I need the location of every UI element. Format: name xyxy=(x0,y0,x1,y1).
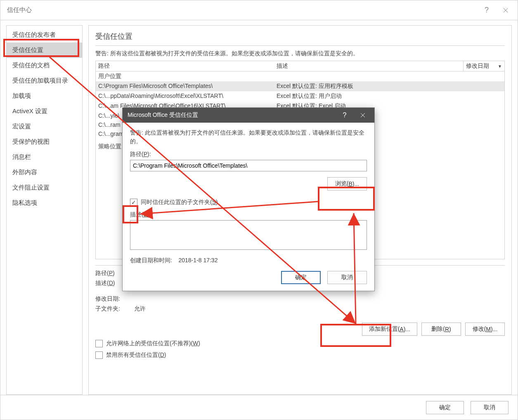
question-icon: ? xyxy=(343,112,347,119)
titlebar: 信任中心 ? xyxy=(0,0,518,20)
sidebar-item-protected-view[interactable]: 受保护的视图 xyxy=(7,134,82,149)
modify-button[interactable]: 修改(M)... xyxy=(465,323,505,336)
close-icon xyxy=(360,113,365,118)
trust-subfolders-checkbox-row[interactable]: ✓ 同时信任此位置的子文件夹(S) xyxy=(130,199,367,206)
caret-down-icon: ▼ xyxy=(498,64,502,69)
sidebar-item-macro[interactable]: 宏设置 xyxy=(7,119,82,134)
section-user-locations: 用户位置 xyxy=(96,71,504,81)
dialog-ok-button[interactable]: 确定 xyxy=(281,271,321,284)
table-row[interactable]: C:\Program Files\Microsoft Office\Templa… xyxy=(96,81,504,91)
detail-subfolders-label: 子文件夹: xyxy=(95,305,132,313)
sidebar-item-privacy[interactable]: 隐私选项 xyxy=(7,195,82,211)
remove-button[interactable]: 删除(R) xyxy=(421,323,461,336)
cancel-button[interactable]: 取消 xyxy=(471,401,509,414)
dialog-cancel-button[interactable]: 取消 xyxy=(327,271,367,284)
col-desc[interactable]: 描述 xyxy=(274,61,463,71)
help-button[interactable]: ? xyxy=(477,4,496,17)
detail-date-label: 修改日期: xyxy=(95,295,132,303)
dialog-help-button[interactable]: ? xyxy=(336,108,354,123)
dialog-path-input[interactable] xyxy=(130,160,367,171)
close-button[interactable] xyxy=(496,4,515,17)
checkbox-checked-icon: ✓ xyxy=(130,199,137,206)
allow-network-label: 允许网络上的受信任位置(不推荐)(W) xyxy=(106,340,200,347)
main-heading: 受信任位置 xyxy=(95,31,505,46)
disable-all-checkbox-row[interactable]: 禁用所有受信任位置(D) xyxy=(95,351,505,359)
dialog-body: 警告: 此位置将被视为打开文件的可信任来源。如果要更改或添加位置，请确保新位置是… xyxy=(123,123,374,291)
sidebar-item-activex[interactable]: ActiveX 设置 xyxy=(7,104,82,119)
dialog-title: Microsoft Office 受信任位置 xyxy=(128,112,336,119)
dialog-close-button[interactable] xyxy=(354,108,372,123)
table-header: 路径 描述 修改日期 ▼ xyxy=(96,61,504,71)
dialog-buttons: 确定 取消 xyxy=(130,271,367,284)
window-footer: 确定 取消 xyxy=(0,395,518,420)
sidebar-item-trusted-publishers[interactable]: 受信任的发布者 xyxy=(7,27,82,43)
sidebar-item-addins[interactable]: 加载项 xyxy=(7,88,82,104)
sidebar-item-trusted-documents[interactable]: 受信任的文档 xyxy=(7,58,82,73)
allow-network-checkbox-row[interactable]: 允许网络上的受信任位置(不推荐)(W) xyxy=(95,340,505,347)
trusted-location-dialog: Microsoft Office 受信任位置 ? 警告: 此位置将被视为打开文件… xyxy=(122,107,375,291)
disable-all-label: 禁用所有受信任位置(D) xyxy=(106,351,166,359)
sidebar-item-file-block[interactable]: 文件阻止设置 xyxy=(7,180,82,195)
dialog-warning: 警告: 此位置将被视为打开文件的可信任来源。如果要更改或添加位置，请确保新位置是… xyxy=(130,128,367,146)
dialog-desc-input[interactable] xyxy=(130,220,367,250)
ok-button[interactable]: 确定 xyxy=(426,401,464,414)
dialog-desc-label: 描述(D): xyxy=(130,211,367,218)
detail-subfolders-value: 允许 xyxy=(134,305,146,312)
browse-button[interactable]: 浏览(B)... xyxy=(327,177,367,190)
sidebar-item-trusted-locations[interactable]: 受信任位置 xyxy=(7,43,82,58)
col-path[interactable]: 路径 xyxy=(96,61,274,71)
sidebar-item-trusted-addin-catalog[interactable]: 受信任的加载项目录 xyxy=(7,73,82,88)
table-row[interactable]: C:\...ppData\Roaming\Microsoft\Excel\XLS… xyxy=(96,91,504,101)
dialog-created-row: 创建日期和时间: 2018-1-8 17:32 xyxy=(130,257,367,264)
window-title: 信任中心 xyxy=(7,6,477,14)
main-buttons: 添加新位置(A)... 删除(R) 修改(M)... xyxy=(95,323,505,336)
checkbox-unchecked-icon xyxy=(95,351,103,359)
add-location-button[interactable]: 添加新位置(A)... xyxy=(362,323,417,336)
question-icon: ? xyxy=(485,6,489,14)
col-date[interactable]: 修改日期 ▼ xyxy=(463,61,504,71)
checkbox-unchecked-icon xyxy=(95,340,103,347)
trust-subfolders-label: 同时信任此位置的子文件夹(S) xyxy=(141,199,218,206)
created-value: 2018-1-8 17:32 xyxy=(178,257,218,263)
sidebar-item-external-content[interactable]: 外部内容 xyxy=(7,165,82,180)
created-label: 创建日期和时间: xyxy=(130,257,172,263)
sidebar: 受信任的发布者 受信任位置 受信任的文档 受信任的加载项目录 加载项 Activ… xyxy=(6,25,83,395)
close-icon xyxy=(503,8,508,13)
main-warning: 警告: 所有这些位置都被视为打开文件的受信任来源。如果您更改或添加位置，请确保新… xyxy=(95,50,505,57)
dialog-titlebar: Microsoft Office 受信任位置 ? xyxy=(123,108,374,123)
dialog-path-label: 路径(P): xyxy=(130,151,367,158)
sidebar-item-message-bar[interactable]: 消息栏 xyxy=(7,149,82,165)
